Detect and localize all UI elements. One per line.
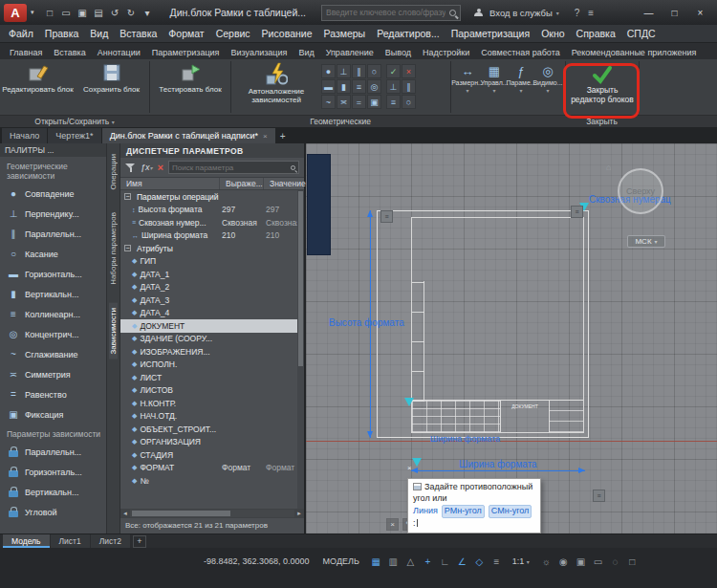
menu-item[interactable]: Вид [84, 28, 114, 39]
palette-tool[interactable]: Вертикальн... [0, 482, 106, 502]
parameter-row[interactable]: − ◆ ОРГАНИЗАЦИЯ [120, 436, 297, 449]
palette-tool[interactable]: ▬ Горизонталь... [0, 264, 106, 284]
ribbon-tab[interactable]: Рекомендованные приложения [566, 46, 703, 59]
palette-tool[interactable]: ▮ Вертикальн... [0, 284, 106, 304]
constraint-icon[interactable]: = [352, 95, 366, 109]
constraint-icon[interactable]: ≍ [337, 95, 351, 109]
help-search-input[interactable] [326, 8, 445, 17]
parameter-row[interactable]: − ↕ Высота формата 297 297 [120, 204, 297, 217]
constraint-tool-icon[interactable]: ∥ [402, 79, 416, 94]
parameter-row[interactable]: − ◆ ФОРМАТ Формат Формат [120, 462, 297, 475]
ribbon-tab[interactable]: Совместная работа [475, 46, 565, 59]
parameter-row[interactable]: − ◆ ГИП [120, 255, 297, 269]
parameter-row[interactable]: − ◆ ЛИСТ [120, 371, 297, 384]
window-control-button[interactable]: — [636, 4, 662, 22]
parameter-row[interactable]: − ◆ ДАТА_1 [120, 268, 297, 281]
edit-block-button[interactable]: Редактировать блок [2, 62, 74, 94]
ribbon-tab[interactable]: Управление [320, 46, 380, 59]
menu-item[interactable]: Вставка [114, 28, 163, 39]
palette-side-tab[interactable]: Операции [109, 149, 118, 194]
qat-icon[interactable]: ▭ [59, 8, 74, 18]
parameter-row[interactable]: − ≡ Сквозная нумер... Сквозная Сквозная … [120, 216, 297, 229]
filter-icon[interactable] [125, 163, 136, 173]
parameter-row[interactable]: − ◆ ОБЪЕКТ_СТРОИТ... [120, 423, 297, 436]
constraint-icon[interactable]: ○ [367, 64, 381, 78]
constraint-icon[interactable]: ● [321, 64, 336, 78]
ribbon-tab[interactable]: Главная [4, 46, 48, 59]
palette-tool[interactable]: ▣ Фиксация [0, 404, 106, 425]
parameter-row[interactable]: − ◆ ЛИСТОВ [120, 384, 297, 398]
new-expression-button[interactable]: ƒx▾ [141, 163, 153, 172]
titlebar-icon[interactable]: ≡ [588, 8, 594, 18]
qat-icon[interactable]: ▤ [92, 8, 106, 18]
ribbon-tab[interactable]: Вывод [380, 46, 417, 59]
menu-item[interactable]: Рисование [256, 28, 318, 39]
menu-item[interactable]: Сервис [210, 28, 256, 39]
height-dimension-label[interactable]: Высота формата [329, 317, 404, 328]
qat-icon[interactable]: ↺ [108, 8, 122, 18]
signin-caret-icon[interactable]: ▾ [556, 10, 559, 16]
constraint-tool-icon[interactable]: ≡ [386, 95, 401, 109]
parameter-row[interactable]: − ◆ ДОКУМЕНТ [120, 319, 297, 333]
column-header-value[interactable]: Значение [264, 178, 307, 189]
cancel-icon[interactable]: × [386, 518, 399, 531]
constraint-icon[interactable]: ▮ [337, 79, 351, 94]
parameter-grip[interactable] [412, 458, 422, 467]
app-menu-caret-icon[interactable]: ▾ [31, 9, 34, 16]
ribbon-tab[interactable]: Параметризация [146, 46, 226, 59]
palette-tool[interactable]: = Равенство [0, 384, 106, 404]
palette-tool[interactable]: ≡ Коллинеарн... [0, 304, 106, 324]
status-toggle-icon[interactable]: ▥ [385, 554, 402, 570]
test-block-button[interactable]: Тестировать блок [153, 62, 228, 94]
menu-item[interactable]: Редактиров... [371, 28, 445, 39]
vertical-scrollbar[interactable] [297, 190, 304, 509]
parameter-row[interactable]: − ◆ ИЗОБРАЖЕНИЯ... [120, 345, 297, 359]
constraint-icon[interactable]: ▬ [321, 79, 336, 94]
horizontal-scrollbar[interactable]: ◄ ► [120, 509, 304, 518]
new-layout-button[interactable]: + [133, 535, 146, 548]
scrollbar-thumb[interactable] [298, 191, 303, 366]
file-tab[interactable]: Чертеж1* × [48, 128, 100, 143]
palette-tool[interactable]: Параллельн... [0, 442, 106, 462]
coordinates-display[interactable]: -98.8482, 362.3068, 0.0000 [204, 556, 310, 566]
save-block-button[interactable]: Сохранить блок [76, 62, 147, 94]
prompt-option[interactable]: РМн-угол [442, 505, 485, 518]
ribbon-flyout-button[interactable]: ▦ Управл... ▾ [481, 64, 508, 95]
status-toggle-icon[interactable]: □ [624, 554, 641, 570]
delete-parameter-button[interactable]: × [158, 162, 163, 173]
constraint-icon[interactable]: ▣ [367, 95, 381, 109]
parameter-row[interactable]: − ↔ Ширина формата 210 210 [120, 229, 297, 243]
constraint-icon[interactable]: ⊥ [337, 64, 351, 78]
parameter-row[interactable]: − ◆ НАЧ.ОТД. [120, 410, 297, 424]
model-space-button[interactable]: МОДЕЛЬ [323, 556, 359, 566]
window-control-button[interactable]: □ [662, 4, 687, 22]
palette-tool[interactable]: ⊥ Перпендику... [0, 204, 106, 224]
scrollbar-thumb[interactable] [132, 511, 230, 516]
status-toggle-icon[interactable]: ▦ [368, 554, 384, 570]
panel-label-close[interactable]: Закрыть [565, 117, 639, 126]
status-toggle-icon[interactable]: ◉ [555, 554, 572, 570]
ribbon-flyout-button[interactable]: ↔ Размерн... ▾ [454, 64, 481, 95]
node-grip-icon[interactable]: × [407, 464, 412, 472]
palette-tool[interactable]: ● Совпадение [0, 184, 106, 204]
parameter-row[interactable]: − ◆ ИСПОЛН. [120, 359, 297, 372]
scroll-left-icon[interactable]: ◄ [120, 511, 130, 516]
scrollbar-track[interactable] [130, 510, 294, 517]
search-icon[interactable] [449, 10, 456, 16]
column-header-name[interactable]: Имя [120, 178, 220, 189]
parameter-grip[interactable] [404, 398, 414, 406]
palette-tool[interactable]: ○ Касание [0, 244, 106, 264]
titlebar-icon[interactable]: ? [575, 8, 580, 18]
collapse-icon[interactable]: − [124, 193, 131, 200]
menu-item[interactable]: Окно [535, 28, 570, 39]
status-toggle-icon[interactable]: ▭ [590, 554, 606, 570]
prompt-option[interactable]: СМн-угол [489, 505, 532, 518]
menu-item[interactable]: Размеры [318, 28, 372, 39]
layout-tab[interactable]: Лист1 [51, 534, 90, 548]
width-dimension-label[interactable]: Ширина формата [411, 459, 585, 469]
status-toggle-icon[interactable]: △ [402, 554, 419, 570]
parameter-row[interactable]: − ◆ СТАДИЯ [120, 448, 297, 462]
status-toggle-icon[interactable]: ☼ [538, 554, 554, 570]
qat-icon[interactable]: □ [43, 8, 57, 18]
search-icon[interactable] [291, 165, 295, 170]
